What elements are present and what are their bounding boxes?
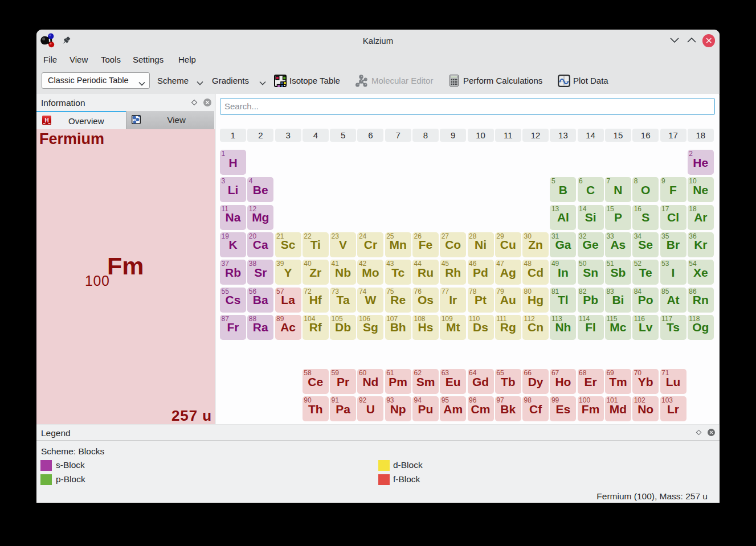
svg-text:H: H — [44, 117, 48, 124]
